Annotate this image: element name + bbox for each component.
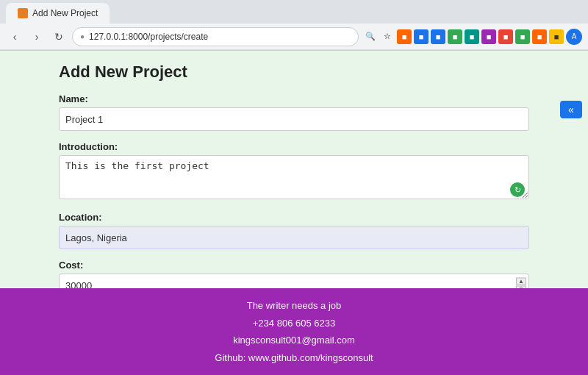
ext-icon-2[interactable]: ■ [414, 29, 429, 44]
cost-input-wrapper: ▲ ▼ [59, 274, 529, 288]
tab-label: Add New Project [32, 8, 98, 18]
star-icon[interactable]: ☆ [380, 29, 395, 44]
ext-icon-3[interactable]: ■ [431, 29, 445, 44]
tab-bar: Add New Project [0, 0, 588, 24]
cost-increment-button[interactable]: ▲ [516, 278, 526, 285]
ext-icon-10[interactable]: ■ [549, 29, 564, 44]
cost-group: Cost: ▲ ▼ [59, 260, 529, 288]
location-input[interactable] [59, 226, 529, 249]
nav-reload-button[interactable]: ↻ [50, 28, 68, 46]
address-bar[interactable]: ● 127.0.0.1:8000/projects/create [72, 27, 359, 46]
new-project-form: Name: Introduction: This is the first pr… [59, 93, 529, 288]
name-label: Name: [59, 93, 529, 104]
back-button[interactable]: « [560, 101, 582, 118]
cost-decrement-button[interactable]: ▼ [516, 286, 526, 289]
page-title: Add New Project [59, 63, 529, 82]
form-container: Add New Project Name: Introduction: This… [44, 51, 544, 288]
address-text: 127.0.0.1:8000/projects/create [89, 32, 208, 42]
tab-favicon [18, 8, 28, 18]
ext-icon-6[interactable]: ■ [481, 29, 496, 44]
footer-line4: Github: www.github.com/kingsconsult [9, 349, 579, 366]
intro-textarea[interactable]: This is the first project [59, 155, 529, 199]
nav-forward-button[interactable]: › [28, 28, 46, 46]
footer-line1: The writer needs a job [9, 297, 579, 314]
intro-group: Introduction: This is the first project … [59, 141, 529, 201]
toolbar-icons: 🔍 ☆ ■ ■ ■ ■ ■ ■ ■ ■ ■ ■ A [363, 29, 582, 45]
footer-line2: +234 806 605 6233 [9, 315, 579, 332]
intro-textarea-wrapper: This is the first project ↻ [59, 155, 529, 201]
active-tab[interactable]: Add New Project [6, 3, 110, 24]
intro-refresh-icon[interactable]: ↻ [510, 182, 525, 197]
ext-icon-8[interactable]: ■ [515, 29, 530, 44]
name-input[interactable] [59, 107, 529, 131]
nav-back-button[interactable]: ‹ [6, 28, 24, 46]
browser-toolbar: ‹ › ↻ ● 127.0.0.1:8000/projects/create 🔍… [0, 24, 588, 50]
cost-spinner: ▲ ▼ [516, 278, 526, 289]
ext-icon-7[interactable]: ■ [498, 29, 513, 44]
footer: The writer needs a job +234 806 605 6233… [0, 288, 588, 375]
search-icon[interactable]: 🔍 [363, 29, 378, 44]
location-label: Location: [59, 212, 529, 223]
browser-chrome: Add New Project ‹ › ↻ ● 127.0.0.1:8000/p… [0, 0, 588, 51]
cost-input[interactable] [59, 274, 529, 288]
intro-label: Introduction: [59, 141, 529, 152]
ext-icon-4[interactable]: ■ [448, 29, 462, 44]
ext-icon-1[interactable]: ■ [397, 29, 412, 44]
address-security-icon: ● [80, 32, 85, 40]
ext-icon-5[interactable]: ■ [465, 29, 479, 44]
profile-avatar[interactable]: A [566, 29, 582, 45]
name-group: Name: [59, 93, 529, 131]
footer-line3: kingsconsult001@gmail.com [9, 332, 579, 349]
location-group: Location: [59, 212, 529, 249]
ext-icon-9[interactable]: ■ [532, 29, 547, 44]
page-content: « Add New Project Name: Introduction: Th… [0, 51, 588, 288]
cost-label: Cost: [59, 260, 529, 271]
